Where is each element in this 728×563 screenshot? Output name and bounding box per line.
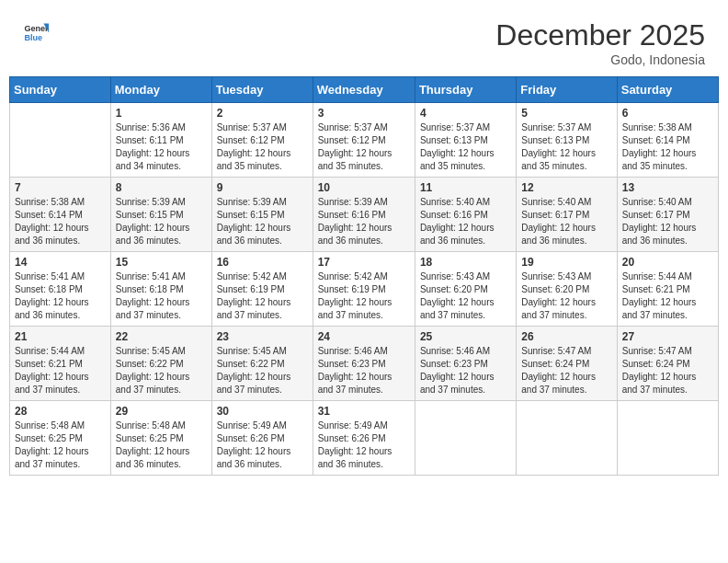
calendar-cell: 26Sunrise: 5:47 AM Sunset: 6:24 PM Dayli… <box>517 327 617 401</box>
day-number: 13 <box>622 181 713 194</box>
calendar-cell: 27Sunrise: 5:47 AM Sunset: 6:24 PM Dayli… <box>617 327 718 401</box>
calendar-cell <box>10 103 111 178</box>
day-number: 14 <box>15 256 106 269</box>
day-info: Sunrise: 5:48 AM Sunset: 6:25 PM Dayligh… <box>15 419 106 471</box>
day-info: Sunrise: 5:37 AM Sunset: 6:12 PM Dayligh… <box>318 121 410 173</box>
calendar-cell: 11Sunrise: 5:40 AM Sunset: 6:16 PM Dayli… <box>415 178 516 252</box>
day-number: 2 <box>217 107 308 120</box>
calendar-cell <box>517 401 617 476</box>
calendar-cell: 19Sunrise: 5:43 AM Sunset: 6:20 PM Dayli… <box>517 252 617 327</box>
day-number: 3 <box>318 107 410 120</box>
day-number: 23 <box>217 330 308 343</box>
calendar-cell: 30Sunrise: 5:49 AM Sunset: 6:26 PM Dayli… <box>211 401 313 476</box>
day-info: Sunrise: 5:48 AM Sunset: 6:25 PM Dayligh… <box>116 419 207 471</box>
calendar-cell: 21Sunrise: 5:44 AM Sunset: 6:21 PM Dayli… <box>10 327 111 401</box>
calendar-cell: 16Sunrise: 5:42 AM Sunset: 6:19 PM Dayli… <box>211 252 313 327</box>
day-number: 21 <box>15 330 106 343</box>
calendar-week-row: 14Sunrise: 5:41 AM Sunset: 6:18 PM Dayli… <box>10 252 719 327</box>
day-number: 19 <box>521 256 611 269</box>
day-info: Sunrise: 5:44 AM Sunset: 6:21 PM Dayligh… <box>15 345 106 396</box>
location: Godo, Indonesia <box>495 52 705 67</box>
calendar-cell: 7Sunrise: 5:38 AM Sunset: 6:14 PM Daylig… <box>10 178 111 252</box>
day-number: 18 <box>420 256 511 269</box>
day-info: Sunrise: 5:44 AM Sunset: 6:21 PM Dayligh… <box>622 270 713 322</box>
day-info: Sunrise: 5:43 AM Sunset: 6:20 PM Dayligh… <box>420 270 511 322</box>
day-info: Sunrise: 5:36 AM Sunset: 6:11 PM Dayligh… <box>116 121 207 173</box>
calendar-cell <box>415 401 516 476</box>
calendar-cell: 1Sunrise: 5:36 AM Sunset: 6:11 PM Daylig… <box>110 103 211 178</box>
weekday-header-wednesday: Wednesday <box>313 77 415 103</box>
day-number: 6 <box>622 107 713 120</box>
calendar-cell: 25Sunrise: 5:46 AM Sunset: 6:23 PM Dayli… <box>415 327 516 401</box>
day-number: 4 <box>420 107 511 120</box>
svg-text:Blue: Blue <box>24 33 42 42</box>
day-info: Sunrise: 5:49 AM Sunset: 6:26 PM Dayligh… <box>217 419 308 471</box>
day-number: 8 <box>116 181 207 194</box>
weekday-header-friday: Friday <box>517 77 617 103</box>
day-number: 31 <box>318 405 410 418</box>
calendar-cell: 8Sunrise: 5:39 AM Sunset: 6:15 PM Daylig… <box>110 178 211 252</box>
calendar-cell: 6Sunrise: 5:38 AM Sunset: 6:14 PM Daylig… <box>617 103 718 178</box>
day-number: 27 <box>622 330 713 343</box>
calendar-cell: 5Sunrise: 5:37 AM Sunset: 6:13 PM Daylig… <box>517 103 617 178</box>
day-info: Sunrise: 5:45 AM Sunset: 6:22 PM Dayligh… <box>217 345 308 396</box>
day-number: 12 <box>521 181 611 194</box>
calendar-cell: 2Sunrise: 5:37 AM Sunset: 6:12 PM Daylig… <box>211 103 313 178</box>
day-info: Sunrise: 5:42 AM Sunset: 6:19 PM Dayligh… <box>217 270 308 322</box>
calendar-cell: 29Sunrise: 5:48 AM Sunset: 6:25 PM Dayli… <box>110 401 211 476</box>
calendar-cell <box>617 401 718 476</box>
calendar-week-row: 21Sunrise: 5:44 AM Sunset: 6:21 PM Dayli… <box>10 327 719 401</box>
day-info: Sunrise: 5:46 AM Sunset: 6:23 PM Dayligh… <box>318 345 410 396</box>
day-number: 11 <box>420 181 511 194</box>
weekday-header-row: SundayMondayTuesdayWednesdayThursdayFrid… <box>10 77 719 103</box>
day-number: 22 <box>116 330 207 343</box>
calendar-week-row: 7Sunrise: 5:38 AM Sunset: 6:14 PM Daylig… <box>10 178 719 252</box>
day-number: 29 <box>116 405 207 418</box>
calendar-cell: 13Sunrise: 5:40 AM Sunset: 6:17 PM Dayli… <box>617 178 718 252</box>
day-number: 10 <box>318 181 410 194</box>
day-info: Sunrise: 5:41 AM Sunset: 6:18 PM Dayligh… <box>116 270 207 322</box>
calendar-cell: 14Sunrise: 5:41 AM Sunset: 6:18 PM Dayli… <box>10 252 111 327</box>
day-info: Sunrise: 5:41 AM Sunset: 6:18 PM Dayligh… <box>15 270 106 322</box>
day-number: 15 <box>116 256 207 269</box>
day-number: 7 <box>15 181 106 194</box>
calendar-cell: 18Sunrise: 5:43 AM Sunset: 6:20 PM Dayli… <box>415 252 516 327</box>
calendar-cell: 28Sunrise: 5:48 AM Sunset: 6:25 PM Dayli… <box>10 401 111 476</box>
calendar-cell: 20Sunrise: 5:44 AM Sunset: 6:21 PM Dayli… <box>617 252 718 327</box>
day-info: Sunrise: 5:37 AM Sunset: 6:13 PM Dayligh… <box>521 121 611 173</box>
calendar-cell: 3Sunrise: 5:37 AM Sunset: 6:12 PM Daylig… <box>313 103 415 178</box>
day-number: 30 <box>217 405 308 418</box>
calendar-cell: 10Sunrise: 5:39 AM Sunset: 6:16 PM Dayli… <box>313 178 415 252</box>
day-info: Sunrise: 5:40 AM Sunset: 6:16 PM Dayligh… <box>420 196 511 247</box>
day-info: Sunrise: 5:49 AM Sunset: 6:26 PM Dayligh… <box>318 419 410 471</box>
day-info: Sunrise: 5:43 AM Sunset: 6:20 PM Dayligh… <box>521 270 611 322</box>
day-info: Sunrise: 5:40 AM Sunset: 6:17 PM Dayligh… <box>521 196 611 247</box>
calendar-cell: 17Sunrise: 5:42 AM Sunset: 6:19 PM Dayli… <box>313 252 415 327</box>
calendar-cell: 22Sunrise: 5:45 AM Sunset: 6:22 PM Dayli… <box>110 327 211 401</box>
calendar-cell: 4Sunrise: 5:37 AM Sunset: 6:13 PM Daylig… <box>415 103 516 178</box>
day-number: 17 <box>318 256 410 269</box>
title-block: December 2025 Godo, Indonesia <box>495 18 705 67</box>
day-info: Sunrise: 5:37 AM Sunset: 6:13 PM Dayligh… <box>420 121 511 173</box>
day-info: Sunrise: 5:47 AM Sunset: 6:24 PM Dayligh… <box>622 345 713 396</box>
day-number: 26 <box>521 330 611 343</box>
calendar-cell: 9Sunrise: 5:39 AM Sunset: 6:15 PM Daylig… <box>211 178 313 252</box>
day-number: 9 <box>217 181 308 194</box>
day-number: 24 <box>318 330 410 343</box>
day-number: 28 <box>15 405 106 418</box>
weekday-header-thursday: Thursday <box>415 77 516 103</box>
day-number: 16 <box>217 256 308 269</box>
calendar-week-row: 28Sunrise: 5:48 AM Sunset: 6:25 PM Dayli… <box>10 401 719 476</box>
day-number: 25 <box>420 330 511 343</box>
weekday-header-sunday: Sunday <box>10 77 111 103</box>
day-number: 20 <box>622 256 713 269</box>
logo: General Blue <box>23 18 49 44</box>
day-info: Sunrise: 5:40 AM Sunset: 6:17 PM Dayligh… <box>622 196 713 247</box>
day-number: 5 <box>521 107 611 120</box>
calendar-cell: 31Sunrise: 5:49 AM Sunset: 6:26 PM Dayli… <box>313 401 415 476</box>
calendar-cell: 24Sunrise: 5:46 AM Sunset: 6:23 PM Dayli… <box>313 327 415 401</box>
day-number: 1 <box>116 107 207 120</box>
day-info: Sunrise: 5:38 AM Sunset: 6:14 PM Dayligh… <box>622 121 713 173</box>
calendar-week-row: 1Sunrise: 5:36 AM Sunset: 6:11 PM Daylig… <box>10 103 719 178</box>
calendar-table: SundayMondayTuesdayWednesdayThursdayFrid… <box>9 76 719 476</box>
